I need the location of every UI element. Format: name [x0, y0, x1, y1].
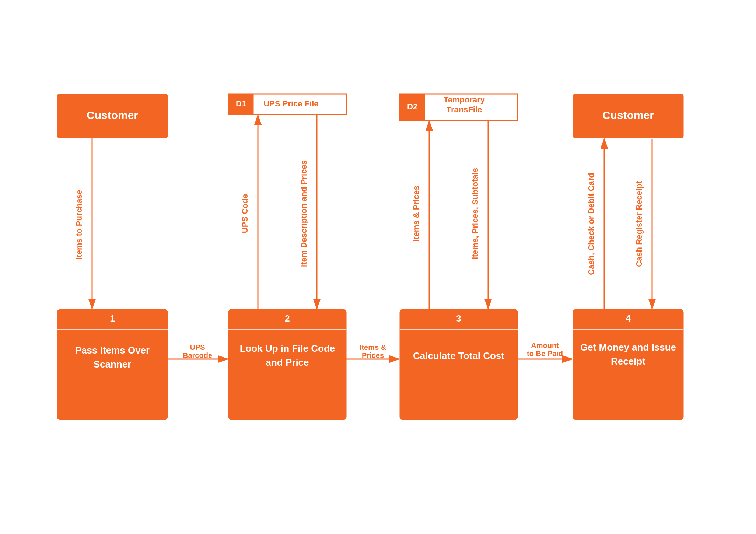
items-prices-label-line2: Prices [362, 351, 384, 359]
p3-number: 3 [456, 313, 461, 323]
ups-code-label-line1: UPS [190, 343, 205, 351]
receipt-label: Cash Register Receipt [634, 181, 644, 267]
diagram-container: Customer D1 UPS Price File D2 Temporary … [0, 0, 756, 534]
items-prices-up-label: Items & Prices [412, 186, 421, 242]
p4-number: 4 [626, 313, 631, 323]
d2-label: D2 [407, 102, 417, 111]
items-prices-subtotals-label: Items, Prices, Subtotals [470, 168, 480, 259]
d1-sublabel: UPS Price File [263, 99, 318, 108]
items-prices-label-line1: Items & [360, 343, 386, 351]
ups-code-up-label: UPS Code [240, 194, 249, 233]
p2-label-line1: Look Up in File Code [240, 343, 335, 354]
items-to-purchase-label: Items to Purchase [74, 190, 84, 260]
amount-paid-label-line1: Amount [531, 341, 559, 349]
d2-sublabel-line1: Temporary [444, 95, 485, 104]
p2-label-line2: and Price [266, 357, 309, 368]
ups-code-label-line2: Barcode [183, 351, 212, 359]
p1-label-line2: Scanner [94, 359, 132, 370]
customer2-label: Customer [602, 109, 654, 121]
d2-sublabel-line2: TransFile [447, 105, 482, 114]
customer1-label: Customer [87, 109, 138, 121]
p2-number: 2 [285, 313, 290, 323]
p1-number: 1 [110, 313, 115, 323]
p3-box [400, 309, 518, 420]
amount-paid-label-line2: to Be Paid [527, 349, 563, 358]
d1-label: D1 [236, 99, 246, 108]
cash-check-label: Cash, Check or Debit Card [587, 173, 596, 275]
p1-label-line1: Pass Items Over [75, 345, 150, 356]
p3-label-line1: Calculate Total Cost [413, 350, 504, 361]
p4-label-line1: Get Money and Issue [580, 342, 676, 353]
p4-label-line2: Receipt [611, 356, 645, 367]
item-desc-label: Item Description and Prices [299, 160, 308, 267]
